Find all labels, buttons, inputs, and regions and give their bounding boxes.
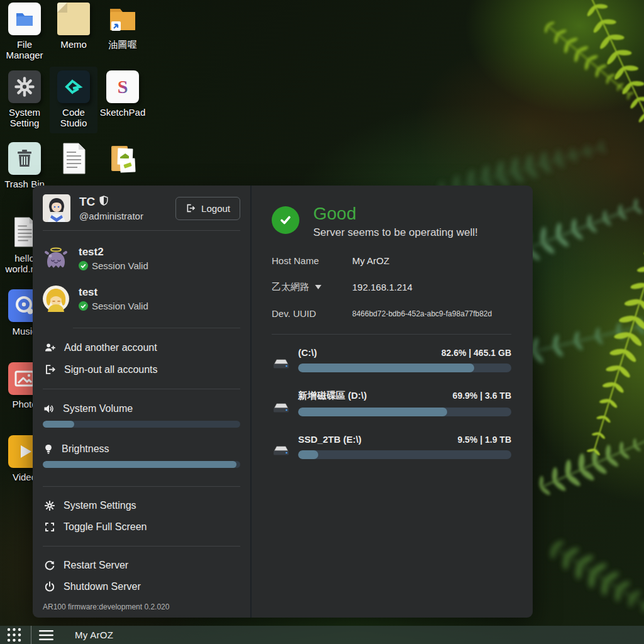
ip-address-value: 192.168.1.214: [352, 282, 413, 292]
divider: [272, 334, 511, 335]
brightness-slider[interactable]: [43, 461, 240, 468]
disk-row-c: (C:\) 82.6% | 465.1 GB: [272, 347, 511, 372]
disk-usage-fill: [298, 450, 318, 459]
hard-drive-icon: [272, 401, 291, 416]
desktop-icon-shortcut-folder[interactable]: 油圖喔: [99, 3, 147, 50]
divider: [43, 546, 240, 547]
account-avatar: [43, 245, 69, 272]
disk-row-e: SSD_2TB (E:\) 9.5% | 1.9 TB: [272, 434, 511, 459]
power-icon: [44, 581, 55, 592]
menu-label: Restart Server: [64, 560, 128, 571]
status-check-icon: [272, 206, 299, 234]
disk-usage: 82.6% | 465.1 GB: [441, 348, 511, 358]
sketchpad-icon: S: [106, 70, 139, 103]
menu-button[interactable]: [31, 630, 64, 640]
document-icon: [58, 142, 89, 175]
logout-icon: [186, 203, 196, 213]
grid-icon: [6, 627, 22, 643]
fullscreen-icon: [44, 521, 55, 533]
status-title: Good: [313, 204, 478, 223]
taskbar-title: My ArOZ: [75, 630, 113, 640]
disk-row-d: 新增磁碟區 (D:\) 69.9% | 3.6 TB: [272, 390, 511, 416]
system-settings-item[interactable]: System Settings: [43, 495, 240, 516]
menu-label: Shutdown Server: [64, 581, 141, 592]
menu-label: System Settings: [64, 500, 136, 511]
hostname-label: Host Name: [272, 255, 319, 266]
sign-out-icon: [44, 364, 56, 375]
hostname-value: My ArOZ: [352, 255, 389, 266]
divider: [43, 389, 240, 389]
icon-label: System Setting: [1, 107, 48, 128]
network-row: 乙太網路 192.168.1.214: [272, 281, 511, 293]
desktop-icon-system-setting[interactable]: System Setting: [1, 70, 48, 128]
account-row-test2[interactable]: test2 Session Valid: [43, 245, 240, 272]
file-manager-icon: [8, 3, 41, 35]
toggle-fullscreen-item[interactable]: Toggle Full Screen: [43, 516, 240, 538]
session-status: Session Valid: [92, 260, 148, 271]
desktop-icon-document[interactable]: [50, 142, 97, 179]
icon-label: File Manager: [1, 39, 48, 60]
add-account-item[interactable]: Add another account: [43, 336, 240, 358]
restart-server-item[interactable]: Restart Server: [43, 555, 240, 576]
divider: [43, 486, 240, 487]
signout-all-item[interactable]: Sign-out all accounts: [43, 358, 240, 380]
desktop-icon-file-manager[interactable]: File Manager: [1, 3, 48, 60]
disk-usage: 69.9% | 3.6 TB: [453, 391, 511, 401]
disk-usage-fill: [298, 364, 474, 372]
disk-name: (C:\): [298, 347, 317, 358]
account-row-test[interactable]: test Session Valid: [43, 286, 240, 312]
volume-label: System Volume: [63, 403, 133, 414]
network-selector[interactable]: 乙太網路: [272, 281, 352, 293]
svg-text:S: S: [118, 76, 128, 97]
desktop-screen: File Manager Memo 油圖喔 System Settin: [0, 0, 644, 644]
quick-access-panel: TC @administrator Logout: [33, 186, 533, 618]
gear-icon: [44, 500, 55, 511]
gear-icon: [8, 70, 41, 103]
taskbar: My ArOZ: [0, 626, 644, 644]
session-status: Session Valid: [92, 301, 148, 311]
user-avatar: [43, 194, 70, 222]
disk-usage-bar: [298, 408, 511, 416]
logout-button[interactable]: Logout: [175, 197, 240, 220]
folder-images-icon: [106, 142, 139, 175]
speaker-icon: [43, 402, 55, 415]
hostname-row: Host Name My ArOZ: [272, 255, 511, 266]
account-name: test: [79, 286, 148, 299]
uuid-label: Dev. UUID: [272, 308, 316, 319]
volume-slider-fill: [43, 421, 74, 428]
disk-usage-bar: [298, 450, 511, 459]
user-name: TC: [79, 195, 95, 209]
shutdown-server-item[interactable]: Shutdown Server: [43, 576, 240, 597]
volume-slider[interactable]: [43, 421, 240, 428]
icon-label: Code Studio: [50, 107, 97, 128]
desktop-icon-code-studio[interactable]: Code Studio: [50, 67, 97, 133]
hard-drive-icon: [272, 357, 291, 372]
server-status-panel: Good Server seems to be operating well! …: [252, 186, 533, 618]
desktop-icon-sketchpad[interactable]: S SketchPad: [99, 70, 147, 118]
brightness-label-row: Brightness: [43, 443, 240, 455]
menu-label: Sign-out all accounts: [64, 364, 158, 375]
brightness-slider-fill: [43, 461, 236, 468]
restart-icon: [44, 560, 55, 571]
disk-usage: 9.5% | 1.9 TB: [457, 435, 511, 445]
divider: [43, 230, 240, 231]
user-handle: @administrator: [79, 211, 175, 221]
desktop-icon-trash-bin[interactable]: Trash Bin: [1, 142, 48, 189]
status-header: Good Server seems to be operating well!: [272, 204, 511, 239]
desktop-icon-folder-images[interactable]: [99, 142, 147, 179]
check-circle-icon: [79, 301, 88, 311]
uuid-row: Dev. UUID 8466bd72-bdb6-452a-abc9-fa98a7…: [272, 308, 511, 319]
desktop-icon-memo[interactable]: Memo: [50, 3, 97, 50]
disk-usage-bar: [298, 364, 511, 372]
hard-drive-icon: [272, 444, 291, 459]
trash-icon: [8, 142, 41, 175]
shield-half-icon: [99, 195, 108, 209]
brightness-label: Brightness: [62, 443, 109, 455]
volume-label-row: System Volume: [43, 402, 240, 415]
uuid-value: 8466bd72-bdb6-452a-abc9-fa98a77fb82d: [352, 309, 492, 318]
app-launcher-button[interactable]: [0, 627, 31, 643]
divider: [73, 328, 240, 328]
firmware-version: AR100 firmware:development 0.2.020: [43, 597, 240, 611]
user-menu-panel: TC @administrator Logout: [33, 186, 250, 618]
account-avatar: [43, 286, 69, 312]
